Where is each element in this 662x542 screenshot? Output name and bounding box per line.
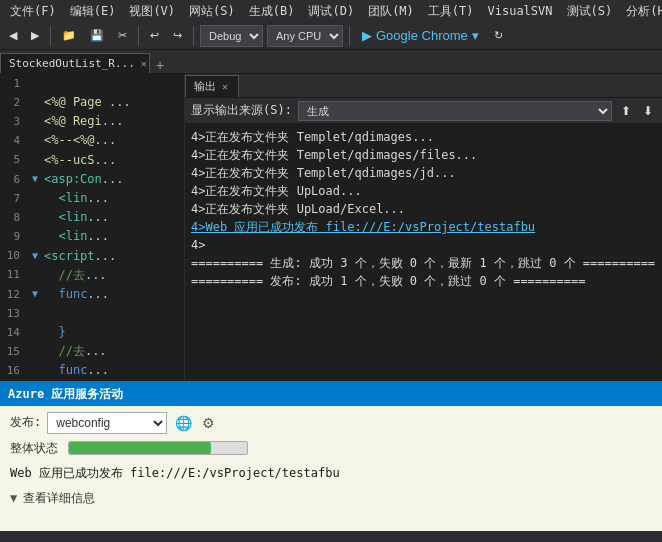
editor-tab-bar: StockedOutList_R... ✕ + [0, 50, 662, 74]
cpu-select[interactable]: Any CPU [267, 25, 343, 47]
undo-button[interactable]: ↩ [145, 26, 164, 45]
azure-publish-select[interactable]: webconfig [47, 412, 167, 434]
line-number: 4 [0, 132, 28, 150]
azure-settings-btn[interactable]: ⚙ [200, 413, 217, 433]
line-number: 11 [0, 266, 28, 284]
output-scroll-down-btn[interactable]: ⬇ [640, 103, 656, 119]
run-icon: ▶ [362, 28, 372, 43]
output-source-select[interactable]: 生成 [298, 101, 612, 121]
run-dropdown-icon: ▾ [472, 28, 479, 43]
code-line: 1 [0, 74, 184, 93]
menu-file[interactable]: 文件(F) [4, 1, 62, 22]
menu-debug[interactable]: 调试(D) [302, 1, 360, 22]
line-number: 2 [0, 94, 28, 112]
output-content[interactable]: 4>正在发布文件夹 Templet/qdimages...4>正在发布文件夹 T… [185, 124, 662, 381]
code-line: 15 //去... [0, 342, 184, 361]
line-content: <lin... [44, 227, 184, 246]
output-tab-label: 输出 [194, 79, 216, 94]
menu-view[interactable]: 视图(V) [123, 1, 181, 22]
separator-4 [349, 26, 350, 46]
redo-button[interactable]: ↪ [168, 26, 187, 45]
line-number: 3 [0, 113, 28, 131]
azure-globe-btn[interactable]: 🌐 [173, 413, 194, 433]
line-content: } [44, 323, 184, 342]
toolbar-icon-2[interactable]: 💾 [85, 26, 109, 45]
output-line[interactable]: 4>Web 应用已成功发布 file:///E:/vsProject/testa… [191, 218, 656, 236]
menu-build[interactable]: 生成(B) [243, 1, 301, 22]
progress-bar-container [68, 441, 248, 455]
code-line: 13 [0, 304, 184, 323]
toolbar-icon-1[interactable]: 📁 [57, 26, 81, 45]
line-number: 10 [0, 247, 28, 265]
output-line: ========== 生成: 成功 3 个，失败 0 个，最新 1 个，跳过 0… [191, 254, 656, 272]
run-button[interactable]: ▶ Google Chrome ▾ [356, 26, 485, 45]
progress-bar-fill [69, 442, 211, 454]
azure-details-row[interactable]: ▼ 查看详细信息 [10, 490, 652, 507]
line-number: 15 [0, 343, 28, 361]
output-line: 4>正在发布文件夹 Templet/qdimages... [191, 128, 656, 146]
output-panel: 输出 ✕ 显示输出来源(S): 生成 ⬆ ⬇ 4>正在发布文件夹 Templet… [185, 74, 662, 381]
azure-header: Azure 应用服务活动 [0, 383, 662, 406]
azure-status-label: 整体状态 [10, 440, 60, 457]
code-line: 10▼<script... [0, 247, 184, 266]
run-browser-label: Google Chrome [376, 28, 468, 43]
forward-button[interactable]: ▶ [26, 26, 44, 45]
toolbar: ◀ ▶ 📁 💾 ✂ ↩ ↪ Debug Any CPU ▶ Google Chr… [0, 22, 662, 50]
output-line: 4>正在发布文件夹 UpLoad... [191, 182, 656, 200]
output-line: 4> [191, 236, 656, 254]
output-toolbar: 显示输出来源(S): 生成 ⬆ ⬇ [185, 98, 662, 124]
main-area: 12<%@ Page ...3<%@ Regi...4<%--<%@...5<%… [0, 74, 662, 381]
azure-details-link[interactable]: 查看详细信息 [23, 490, 95, 507]
expand-icon[interactable]: ▼ [32, 171, 42, 187]
code-line: 8 <lin... [0, 208, 184, 227]
expand-icon[interactable]: ▼ [32, 248, 42, 264]
code-content[interactable]: 12<%@ Page ...3<%@ Regi...4<%--<%@...5<%… [0, 74, 184, 381]
refresh-button[interactable]: ↻ [489, 26, 508, 45]
code-line: 7 <lin... [0, 189, 184, 208]
line-number: 13 [0, 305, 28, 323]
back-button[interactable]: ◀ [4, 26, 22, 45]
line-content: func... [44, 361, 184, 380]
output-line: 4>正在发布文件夹 UpLoad/Excel... [191, 200, 656, 218]
azure-panel: Azure 应用服务活动 发布: webconfig 🌐 ⚙ 整体状态 Web … [0, 381, 662, 531]
line-number: 6 [0, 171, 28, 189]
new-tab-button[interactable]: + [150, 57, 170, 73]
menu-analyze[interactable]: 分析(H) [620, 1, 662, 22]
output-line: ========== 发布: 成功 1 个，失败 0 个，跳过 0 个 ====… [191, 272, 656, 290]
line-content: //去... [44, 266, 184, 285]
menu-tools[interactable]: 工具(T) [422, 1, 480, 22]
menu-visualsvn[interactable]: VisualSVN [482, 2, 559, 20]
output-tab-close[interactable]: ✕ [220, 81, 230, 92]
code-line: 4<%--<%@... [0, 131, 184, 150]
editor-tab-filename: StockedOutList_R... [9, 57, 135, 70]
expand-icon[interactable]: ▼ [32, 286, 42, 302]
toolbar-icon-3[interactable]: ✂ [113, 26, 132, 45]
menu-website[interactable]: 网站(S) [183, 1, 241, 22]
output-line: 4>正在发布文件夹 Templet/qdimages/jd... [191, 164, 656, 182]
editor-tab-close[interactable]: ✕ [139, 58, 149, 69]
line-number: 14 [0, 324, 28, 342]
chevron-icon[interactable]: ▼ [10, 491, 17, 505]
code-line: 14 } [0, 323, 184, 342]
line-content: <%@ Regi... [44, 112, 184, 131]
azure-publish-label: 发布: [10, 414, 41, 431]
line-number: 8 [0, 209, 28, 227]
menu-team[interactable]: 团队(M) [362, 1, 420, 22]
output-tab-active[interactable]: 输出 ✕ [185, 75, 239, 97]
debug-config-select[interactable]: Debug [200, 25, 263, 47]
line-number: 7 [0, 190, 28, 208]
azure-header-title: Azure 应用服务活动 [8, 387, 123, 401]
azure-content: 发布: webconfig 🌐 ⚙ 整体状态 Web 应用已成功发布 file:… [0, 406, 662, 513]
menu-edit[interactable]: 编辑(E) [64, 1, 122, 22]
menu-test[interactable]: 测试(S) [561, 1, 619, 22]
line-number: 1 [0, 75, 28, 93]
output-source-label: 显示输出来源(S): [191, 102, 292, 119]
editor-tab-active[interactable]: StockedOutList_R... ✕ [0, 53, 150, 73]
code-line: 12▼ func... [0, 285, 184, 304]
line-content: <lin... [44, 189, 184, 208]
output-scroll-up-btn[interactable]: ⬆ [618, 103, 634, 119]
azure-status-row: 整体状态 [10, 440, 652, 457]
line-content: <%--<%@... [44, 131, 184, 150]
output-line: 4>正在发布文件夹 Templet/qdimages/files... [191, 146, 656, 164]
output-tab-bar: 输出 ✕ [185, 74, 662, 98]
